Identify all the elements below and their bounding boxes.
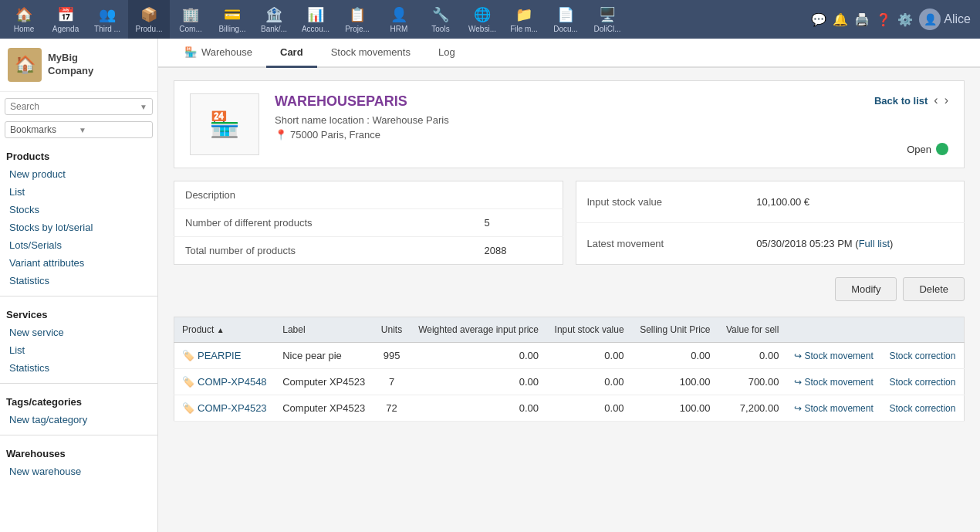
stock-correction-link-1[interactable]: Stock correction <box>889 351 956 361</box>
arrow-right-icon-1: ↪ <box>794 351 802 361</box>
sidebar-item-new-product[interactable]: New product <box>0 165 157 183</box>
next-arrow-icon[interactable]: › <box>945 93 948 107</box>
dolicl-icon: 🖥️ <box>599 6 616 23</box>
sidebar: 🏠 MyBigCompany ▼ Bookmarks ▼ Products Ne… <box>0 39 158 532</box>
stock-correction-link-2[interactable]: Stock correction <box>889 377 956 388</box>
logo-icon: 🏠 <box>8 48 42 82</box>
tab-card[interactable]: Card <box>266 39 317 68</box>
help-icon[interactable]: ❓ <box>876 12 891 27</box>
location-pin-icon: 📍 <box>275 129 287 141</box>
sidebar-item-stocks-lot[interactable]: Stocks by lot/serial <box>0 219 157 236</box>
sidebar-section-products: Products New product List Stocks Stocks … <box>0 144 157 290</box>
description-label: Description <box>174 181 474 209</box>
nav-filemgr[interactable]: 📁 File m... <box>503 0 545 39</box>
nav-agenda[interactable]: 📅 Agenda <box>45 0 86 39</box>
stock-movement-link-2[interactable]: ↪ Stock movement <box>794 377 874 388</box>
product-action2-1: Stock correction <box>881 343 964 369</box>
stats-grid: Description Number of different products… <box>174 181 965 265</box>
products-table-header: Product ▲ Label Units Weighted average i… <box>174 317 965 343</box>
logo-text: MyBigCompany <box>48 52 93 78</box>
stock-movement-link-3[interactable]: ↪ Stock movement <box>794 403 874 414</box>
product-link-1[interactable]: 🏷️ PEARPIE <box>182 350 267 361</box>
num-products-row: Number of different products 5 <box>174 209 563 237</box>
nav-website[interactable]: 🌐 Websi... <box>461 0 503 39</box>
sidebar-search-box[interactable]: ▼ <box>5 98 153 115</box>
product-ref-1: 🏷️ PEARPIE <box>174 343 275 369</box>
tools-icon: 🔧 <box>432 6 449 23</box>
nav-bank[interactable]: 🏦 Bank/... <box>253 0 295 39</box>
notifications-icon[interactable]: 🔔 <box>833 12 848 27</box>
modify-button[interactable]: Modify <box>835 277 897 301</box>
product-selling-unit-1: 0.00 <box>632 343 718 369</box>
nav-accounting[interactable]: 📊 Accou... <box>295 0 336 39</box>
divider-3 <box>0 435 157 435</box>
projects-icon: 📋 <box>349 6 366 23</box>
sidebar-item-services-list[interactable]: List <box>0 341 157 359</box>
product-label-2: Computer XP4523 <box>275 369 373 395</box>
bank-icon: 🏦 <box>265 6 282 23</box>
product-action1-2: ↪ Stock movement <box>786 369 881 395</box>
col-selling-unit: Selling Unit Price <box>632 317 718 343</box>
filemgr-icon: 📁 <box>515 6 532 23</box>
product-link-3[interactable]: 🏷️ COMP-XP4523 <box>182 402 267 414</box>
tab-warehouse[interactable]: 🏪 Warehouse <box>171 39 266 68</box>
sidebar-item-new-tag[interactable]: New tag/category <box>0 411 157 429</box>
sidebar-item-stocks[interactable]: Stocks <box>0 201 157 219</box>
bookmarks-box[interactable]: Bookmarks ▼ <box>5 121 153 138</box>
stock-movement-link-1[interactable]: ↪ Stock movement <box>794 351 874 361</box>
chat-icon[interactable]: 💬 <box>811 12 826 27</box>
col-product[interactable]: Product ▲ <box>174 317 275 343</box>
product-icon-3: 🏷️ <box>182 402 194 414</box>
nav-products[interactable]: 📦 Produ... <box>128 0 170 39</box>
nav-dolicl[interactable]: 🖥️ DoliCl... <box>586 0 628 39</box>
agenda-icon: 📅 <box>57 6 74 23</box>
nav-billing[interactable]: 💳 Billing... <box>211 0 253 39</box>
sidebar-item-lots-serials[interactable]: Lots/Serials <box>0 236 157 254</box>
back-to-list-link[interactable]: Back to list <box>874 95 928 107</box>
sidebar-item-variant-attributes[interactable]: Variant attributes <box>0 254 157 272</box>
divider-2 <box>0 383 157 384</box>
col-action2 <box>881 317 964 343</box>
user-badge[interactable]: 👤 Alice <box>919 8 971 30</box>
delete-button[interactable]: Delete <box>903 277 965 301</box>
description-row: Description <box>174 181 563 209</box>
sidebar-section-tags: Tags/categories New tag/category <box>0 390 157 429</box>
nav-hrm[interactable]: 👤 HRM <box>378 0 420 39</box>
home-icon: 🏠 <box>15 6 32 23</box>
product-link-2[interactable]: 🏷️ COMP-XP4548 <box>182 376 267 388</box>
product-icon-2: 🏷️ <box>182 376 194 388</box>
nav-com[interactable]: 🏢 Com... <box>170 0 211 39</box>
website-icon: 🌐 <box>474 6 491 23</box>
tab-stock-movements[interactable]: Stock movements <box>317 39 424 68</box>
sidebar-item-statistics-services[interactable]: Statistics <box>0 359 157 377</box>
description-table: Description Number of different products… <box>174 181 563 265</box>
stock-correction-link-3[interactable]: Stock correction <box>889 403 956 414</box>
sidebar-item-new-warehouse[interactable]: New warehouse <box>0 463 157 480</box>
full-list-link[interactable]: Full list <box>859 238 890 249</box>
product-value-sell-3: 7,200.00 <box>718 395 787 422</box>
nav-docu[interactable]: 📄 Docu... <box>545 0 586 39</box>
col-waip: Weighted average input price <box>410 317 546 343</box>
description-value <box>474 181 563 209</box>
sidebar-item-new-service[interactable]: New service <box>0 324 157 341</box>
input-stock-label: Input stock value <box>576 181 745 223</box>
tab-log[interactable]: Log <box>424 39 469 68</box>
product-input-stock-2: 0.00 <box>546 369 632 395</box>
sidebar-item-statistics-products[interactable]: Statistics <box>0 272 157 290</box>
nav-third[interactable]: 👥 Third ... <box>86 0 128 39</box>
sidebar-logo: 🏠 MyBigCompany <box>0 39 157 92</box>
nav-projects[interactable]: 📋 Proje... <box>336 0 378 39</box>
divider-1 <box>0 296 157 296</box>
col-label: Label <box>275 317 373 343</box>
prev-arrow-icon[interactable]: ‹ <box>934 93 938 107</box>
sidebar-item-list[interactable]: List <box>0 183 157 201</box>
docu-icon: 📄 <box>557 6 574 23</box>
print-icon[interactable]: 🖨️ <box>854 12 870 27</box>
warehouse-header-card: 🏪 WAREHOUSEPARIS Short name location : W… <box>174 80 965 168</box>
action-buttons: Modify Delete <box>174 277 965 301</box>
nav-tools[interactable]: 🔧 Tools <box>420 0 461 39</box>
nav-home[interactable]: 🏠 Home <box>3 0 45 39</box>
num-products-label: Number of different products <box>174 209 474 237</box>
search-input[interactable] <box>10 101 140 112</box>
settings-icon[interactable]: ⚙️ <box>897 12 913 27</box>
